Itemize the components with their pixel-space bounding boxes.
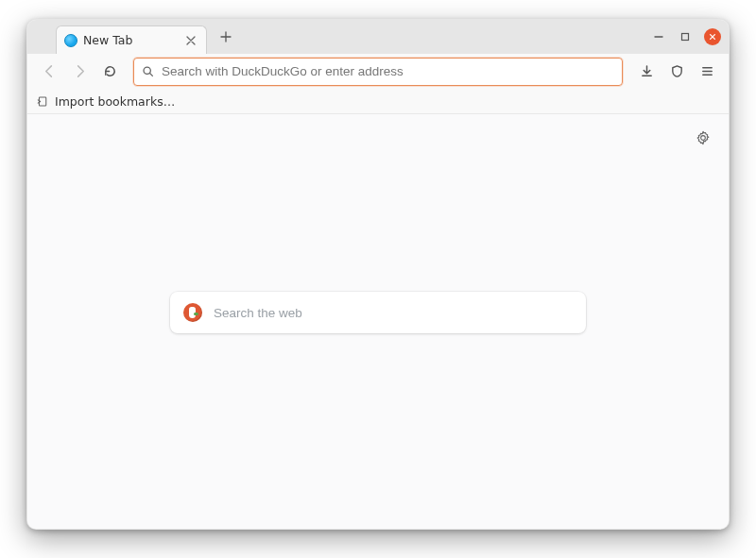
newtab-search-box[interactable]	[170, 292, 586, 333]
close-icon	[186, 36, 196, 45]
duckduckgo-icon	[183, 303, 202, 322]
close-icon	[709, 33, 716, 41]
tab-title: New Tab	[83, 33, 132, 47]
window-maximize-button[interactable]	[678, 29, 693, 44]
reload-icon	[103, 64, 117, 78]
downloads-icon	[640, 64, 654, 78]
browser-window: New Tab	[26, 19, 730, 530]
back-button[interactable]	[35, 58, 63, 86]
window-close-button[interactable]	[704, 28, 721, 45]
import-bookmarks-icon	[37, 95, 49, 108]
minimize-icon	[654, 32, 663, 42]
tabstrip: New Tab	[27, 20, 729, 54]
maximize-icon	[680, 32, 690, 42]
tab-new-tab[interactable]: New Tab	[56, 25, 207, 54]
navigation-toolbar	[27, 54, 729, 90]
reload-button[interactable]	[95, 58, 124, 86]
forward-button[interactable]	[65, 58, 94, 86]
shield-icon	[670, 64, 684, 78]
hamburger-menu-icon	[700, 64, 714, 78]
firefox-newtab-icon	[64, 34, 77, 47]
newtab-search-input[interactable]	[214, 306, 573, 320]
protections-button[interactable]	[662, 58, 691, 86]
new-tab-content	[27, 114, 729, 529]
forward-icon	[73, 64, 87, 78]
window-minimize-button[interactable]	[651, 29, 666, 44]
downloads-button[interactable]	[632, 58, 661, 86]
window-controls	[651, 20, 721, 54]
tab-close-button[interactable]	[183, 33, 198, 48]
svg-rect-0	[682, 34, 689, 41]
new-tab-button[interactable]	[213, 24, 239, 50]
app-menu-button[interactable]	[693, 58, 721, 86]
newtab-settings-button[interactable]	[693, 127, 713, 148]
back-icon	[43, 64, 57, 78]
bookmarks-toolbar: Import bookmarks…	[27, 90, 729, 114]
search-icon	[142, 65, 154, 77]
url-input[interactable]	[162, 64, 614, 78]
plus-icon	[220, 31, 232, 42]
url-bar[interactable]	[133, 58, 623, 86]
import-bookmarks-button[interactable]: Import bookmarks…	[55, 94, 175, 109]
gear-icon	[696, 130, 711, 145]
